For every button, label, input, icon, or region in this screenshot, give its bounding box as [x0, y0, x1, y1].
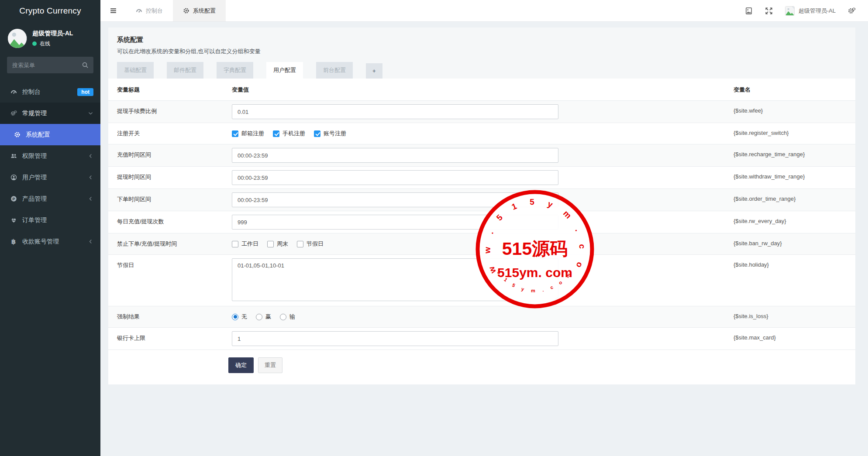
dashboard-icon	[10, 89, 17, 96]
dashboard-icon	[136, 7, 142, 14]
sidebar-search	[7, 57, 93, 73]
row-title: 提现时间区间	[108, 167, 228, 189]
checkbox-option[interactable]: 节假日	[297, 240, 324, 248]
table-row: 银行卡上限{$site.max_card}	[108, 328, 855, 350]
chevron-down-icon	[88, 110, 93, 116]
variable-name: {$site.recharge_time_range}	[727, 144, 855, 167]
topbar: 控制台系统配置 超级管理员-AL	[100, 0, 868, 22]
sidebar-item-6[interactable]: ฿收款账号管理	[0, 231, 100, 252]
reset-button[interactable]: 重置	[258, 357, 282, 373]
option-label: 无	[241, 313, 247, 321]
sidebar-item-0[interactable]: 控制台hot	[0, 81, 100, 103]
user-icon	[10, 174, 17, 181]
checkbox[interactable]	[314, 130, 320, 137]
option-label: 邮箱注册	[241, 130, 264, 137]
row-value: 邮箱注册手机注册账号注册	[228, 123, 727, 144]
sidebar-item-3[interactable]: 用户管理	[0, 167, 100, 188]
radio-button[interactable]	[256, 314, 262, 320]
variable-name: {$site.rw_every_day}	[727, 211, 855, 233]
clear-cache-icon[interactable]	[745, 7, 753, 15]
sidebar-item-1[interactable]: 常规管理	[0, 103, 100, 124]
table-row: 提现时间区间{$site.withdraw_time_range}	[108, 167, 855, 189]
option-label: 账号注册	[324, 130, 346, 137]
topbar-tabs: 控制台系统配置	[126, 0, 226, 21]
chevron-left-icon	[88, 153, 93, 159]
checkbox[interactable]	[297, 241, 303, 247]
search-input[interactable]	[7, 57, 93, 73]
sidebar-item-label: 订单管理	[22, 216, 93, 224]
fullscreen-icon[interactable]	[765, 7, 773, 15]
sidebar-item-4[interactable]: P产品管理	[0, 188, 100, 209]
hamburger-menu-icon[interactable]	[100, 0, 126, 21]
users-icon	[10, 153, 17, 160]
page-title: 系统配置	[117, 36, 846, 44]
text-input[interactable]	[232, 104, 558, 119]
table-row: 提现手续费比例{$site.wfee}	[108, 101, 855, 123]
table-header-row: 变量标题 变量值 变量名	[108, 79, 855, 101]
svg-text:P: P	[12, 197, 15, 201]
variable-name: {$site.wfee}	[727, 101, 855, 123]
text-input[interactable]	[232, 148, 558, 163]
add-tab-button[interactable]: +	[366, 63, 382, 79]
config-tab-3[interactable]: 用户配置	[266, 62, 303, 79]
sidebar-item-5[interactable]: 订单管理	[0, 209, 100, 231]
topbar-tab-0[interactable]: 控制台	[126, 0, 173, 21]
checkbox-option[interactable]: 周末	[267, 240, 288, 248]
row-title: 提现手续费比例	[108, 101, 228, 123]
checkbox-option[interactable]: 邮箱注册	[232, 130, 264, 137]
row-title: 充值时间区间	[108, 144, 228, 167]
table-row: 下单时间区间{$site.order_time_range}	[108, 189, 855, 211]
topbar-user-menu[interactable]: 超级管理员-AL	[785, 6, 836, 16]
radio-option[interactable]: 无	[232, 313, 247, 321]
variable-name: {$site.withdraw_time_range}	[727, 167, 855, 189]
config-tab-4[interactable]: 前台配置	[316, 62, 353, 79]
config-card: 系统配置 可以在此增改系统的变量和分组,也可以自定义分组和变量 基础配置邮件配置…	[108, 27, 855, 384]
settings-cogs-icon[interactable]	[848, 7, 856, 15]
row-value: 工作日周末节假日	[228, 233, 727, 255]
sidebar-item-2[interactable]: 权限管理	[0, 145, 100, 167]
checkbox[interactable]	[232, 130, 238, 137]
checkbox[interactable]	[232, 241, 238, 247]
table-row: 强制结果无赢输{$site.is_loss}	[108, 306, 855, 328]
radio-button[interactable]	[232, 314, 238, 320]
variable-name: {$site.max_card}	[727, 328, 855, 350]
topbar-tab-1[interactable]: 系统配置	[173, 0, 226, 21]
checkbox-option[interactable]: 工作日	[232, 240, 258, 248]
radio-option[interactable]: 赢	[256, 313, 271, 321]
topbar-user-name: 超级管理员-AL	[799, 7, 836, 15]
checkbox-option[interactable]: 账号注册	[314, 130, 346, 137]
row-value	[228, 255, 727, 306]
table-row: 注册开关邮箱注册手机注册账号注册{$site.register_switch}	[108, 123, 855, 144]
sidebar-item-label: 权限管理	[22, 152, 83, 160]
topbar-right: 超级管理员-AL	[745, 0, 868, 21]
row-title: 节假日	[108, 255, 228, 306]
user-avatar	[8, 29, 27, 48]
search-icon	[82, 62, 89, 69]
textarea-input[interactable]	[232, 258, 558, 301]
radio-option[interactable]: 输	[280, 313, 295, 321]
variable-name: {$site.holiday}	[727, 255, 855, 306]
row-title: 强制结果	[108, 306, 228, 328]
variable-name: {$site.ban_rw_day}	[727, 233, 855, 255]
row-title: 银行卡上限	[108, 328, 228, 350]
checkbox-option[interactable]: 手机注册	[273, 130, 305, 137]
sidebar: Crypto Currency 超级管理员-AL 在线 控制台hot常规管理系统…	[0, 0, 100, 456]
row-title: 下单时间区间	[108, 189, 228, 211]
checkbox[interactable]	[273, 130, 279, 137]
text-input[interactable]	[232, 192, 558, 207]
col-header-var: 变量名	[727, 79, 855, 101]
user-panel: 超级管理员-AL 在线	[0, 22, 100, 52]
table-row: 禁止下单/充值/提现时间工作日周末节假日{$site.ban_rw_day}	[108, 233, 855, 255]
config-tab-2[interactable]: 字典配置	[217, 62, 253, 79]
text-input[interactable]	[232, 331, 558, 346]
checkbox[interactable]	[267, 241, 274, 247]
config-tab-0[interactable]: 基础配置	[117, 62, 154, 79]
text-input[interactable]	[232, 215, 558, 230]
submit-button[interactable]: 确定	[228, 357, 254, 373]
radio-button[interactable]	[280, 314, 286, 320]
form-actions: 确定 重置	[108, 350, 855, 373]
option-label: 周末	[277, 240, 288, 248]
config-tab-1[interactable]: 邮件配置	[167, 62, 203, 79]
sidebar-subitem[interactable]: 系统配置	[0, 124, 100, 145]
text-input[interactable]	[232, 170, 558, 185]
